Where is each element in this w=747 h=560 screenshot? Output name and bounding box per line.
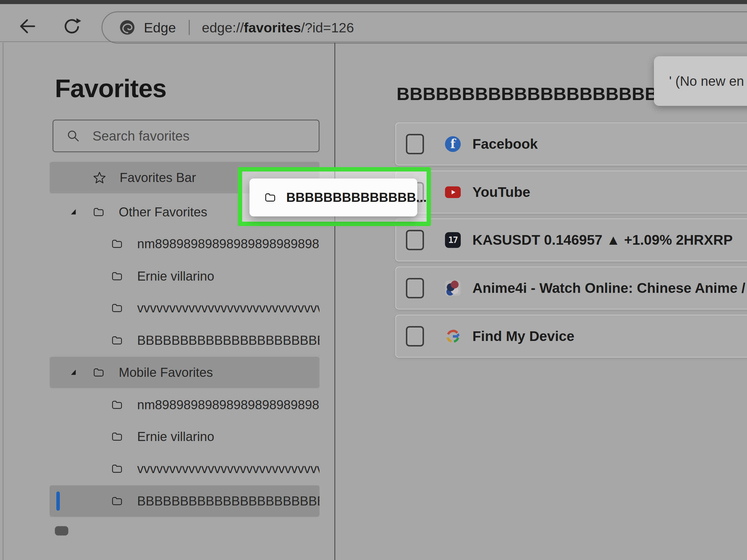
- tree-item-folder[interactable]: Ernie villarino: [50, 421, 319, 452]
- tree-item-folder[interactable]: nm8989898989898989898989898: [50, 228, 319, 260]
- edge-logo-icon: [119, 20, 135, 35]
- favorite-item-anime4i[interactable]: Anime4i - Watch Online: Chinese Anime / …: [395, 267, 747, 310]
- window-left-border: [3, 43, 3, 560]
- favorite-item-kasusdt[interactable]: 17 KASUSDT 0.146957 ▲ +1.09% 2HRXRP: [395, 218, 747, 261]
- search-input[interactable]: Search favorites: [53, 119, 319, 152]
- refresh-button[interactable]: [61, 16, 82, 37]
- selection-indicator: [56, 491, 60, 511]
- search-placeholder: Search favorites: [93, 128, 189, 144]
- tree-item-label: nm8989898989898989898989898: [137, 398, 319, 412]
- folder-icon: [92, 366, 105, 379]
- tree-item-folder[interactable]: BBBBBBBBBBBBBBBBBBBBBBBB: [50, 325, 319, 356]
- page-title: Favorites: [55, 74, 166, 103]
- google-favicon: [445, 328, 461, 344]
- browser-toolbar: Edge edge://favorites/?id=126: [0, 4, 747, 42]
- window-top-strip: [0, 0, 747, 4]
- favorite-item-youtube[interactable]: YouTube: [395, 170, 747, 213]
- url-text: edge://favorites/?id=126: [202, 20, 354, 35]
- refresh-icon: [62, 17, 81, 35]
- expander-icon[interactable]: [70, 208, 78, 216]
- tree-item-label: nm8989898989898989898989898: [137, 237, 319, 251]
- tooltip-text: ' (No new en: [669, 73, 744, 89]
- folder-icon: [92, 205, 105, 219]
- favorite-label: Anime4i - Watch Online: Chinese Anime / …: [472, 280, 747, 296]
- folder-icon: [110, 462, 124, 475]
- site-badge: Edge: [119, 20, 176, 35]
- folder-icon: [110, 269, 124, 283]
- tree-item-label: BBBBBBBBBBBBBBBBBBBBBBBB: [137, 333, 319, 348]
- address-bar[interactable]: Edge edge://favorites/?id=126: [102, 11, 747, 44]
- folder-icon: [110, 237, 124, 250]
- star-icon: [93, 171, 106, 184]
- drag-ghost-item: BBBBBBBBBBBBBB...: [250, 179, 417, 216]
- scrollbar-thumb[interactable]: [55, 526, 68, 535]
- tree-item-mobile-favorites[interactable]: Mobile Favorites: [50, 357, 319, 388]
- favorite-label: KASUSDT 0.146957 ▲ +1.09% 2HRXRP: [472, 232, 747, 248]
- checkbox[interactable]: [406, 278, 424, 298]
- back-arrow-icon: [17, 16, 36, 36]
- folder-icon: [110, 495, 124, 508]
- tree-item-label: vvvvvvvvvvvvvvvvvvvvvvvvvvvvvv: [137, 461, 319, 476]
- tree-item-folder[interactable]: nm8989898989898989898989898: [50, 389, 319, 421]
- favorite-label: YouTube: [472, 184, 747, 200]
- site-badge-label: Edge: [144, 20, 176, 35]
- folder-icon: [110, 301, 124, 315]
- tree-item-label: BBBBBBBBBBBBBBBBBBBBBBBB: [137, 494, 319, 508]
- sidebar-divider: [334, 43, 335, 560]
- checkbox[interactable]: [406, 134, 424, 154]
- tree-item-folder[interactable]: vvvvvvvvvvvvvvvvvvvvvvvvvvvvvv: [50, 292, 319, 324]
- tree-item-label: vvvvvvvvvvvvvvvvvvvvvvvvvvvvvv: [137, 301, 319, 315]
- anime4i-favicon: [445, 280, 461, 296]
- folder-icon: [263, 191, 277, 204]
- folder-icon: [110, 334, 124, 347]
- tree-item-folder-selected[interactable]: BBBBBBBBBBBBBBBBBBBBBBBB: [50, 485, 319, 517]
- checkbox[interactable]: [406, 326, 424, 347]
- checkbox[interactable]: [406, 230, 424, 250]
- folder-icon: [110, 430, 124, 443]
- search-icon: [66, 129, 80, 143]
- folder-icon: [110, 398, 124, 411]
- favorite-label: Find My Device: [472, 328, 747, 344]
- expander-icon[interactable]: [70, 369, 78, 376]
- facebook-favicon: f: [445, 136, 461, 152]
- favorite-label: Facebook: [472, 136, 747, 152]
- tree-item-folder[interactable]: vvvvvvvvvvvvvvvvvvvvvvvvvvvvvv: [50, 453, 319, 484]
- tree-item-label: Ernie villarino: [137, 269, 319, 284]
- address-separator: [189, 20, 190, 35]
- tree-item-label: Mobile Favorites: [119, 365, 319, 380]
- youtube-favicon: [445, 184, 461, 200]
- tradingview-favicon: 17: [445, 232, 461, 248]
- tooltip: ' (No new en: [654, 56, 747, 106]
- favorite-item-facebook[interactable]: f Facebook: [395, 123, 747, 165]
- drag-ghost-label: BBBBBBBBBBBBBB...: [286, 190, 427, 205]
- tree-item-folder[interactable]: Ernie villarino: [50, 261, 319, 292]
- back-button[interactable]: [16, 16, 37, 37]
- tree-item-label: Ernie villarino: [137, 429, 319, 444]
- favorite-item-find-my-device[interactable]: Find My Device: [395, 315, 747, 357]
